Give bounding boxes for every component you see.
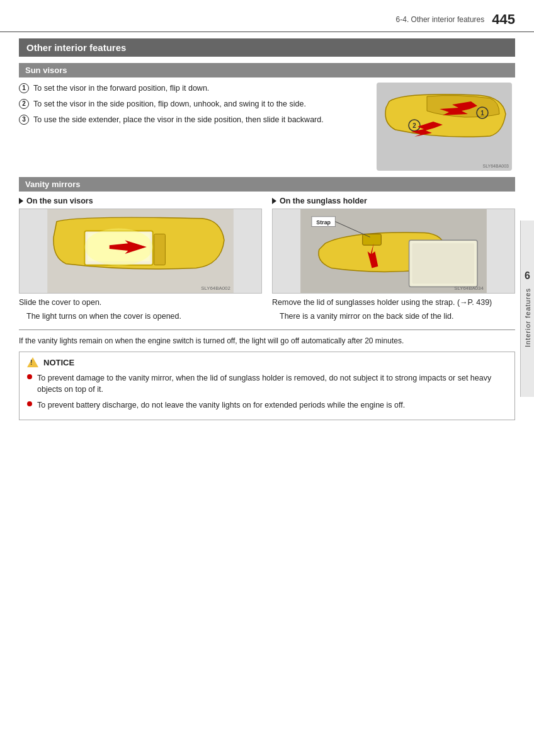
notice-item-1-text: To prevent damage to the vanity mirror, … [37,372,507,395]
notice-item-2: To prevent battery discharge, do not lea… [27,399,507,411]
sun-visor-item-3-text: To use the side extender, place the viso… [33,114,324,125]
vanity-mirrors-content: On the sun visors [19,197,515,324]
sun-visor-item-2-text: To set the visor in the side position, f… [33,98,306,110]
vanity-right-svg: Strap SLY64BA034 [273,209,514,293]
sun-visors-title-bar: Sun visors [19,63,515,77]
vanity-left-caption2: The light turns on when the cover is ope… [26,311,262,322]
notice-triangle-icon [27,357,38,367]
page-wrapper: 6-4. Other interior features 445 Other i… [0,0,534,756]
vanity-mirrors-title-bar: Vanity mirrors [19,177,515,192]
sun-visor-item-1: 1 To set the visor in the forward positi… [19,83,366,94]
vanity-right-caption2: There is a vanity mirror on the back sid… [280,311,515,322]
svg-text:2: 2 [412,122,416,129]
sun-visors-image: 1 2 SLY64BA003 [377,83,515,171]
main-title: Other interior features [26,42,126,53]
page-number: 445 [492,11,515,28]
circle-num-3: 3 [19,115,29,125]
notice-item-1: To prevent damage to the vanity mirror, … [27,372,507,395]
sun-visors-text: 1 To set the visor in the forward positi… [19,83,366,171]
sun-visor-item-2: 2 To set the visor in the side position,… [19,98,366,110]
arrow-right-icon-right [272,198,276,204]
svg-rect-20 [412,243,475,284]
svg-rect-17 [363,234,382,245]
vanity-col-left: On the sun visors [19,197,262,324]
sun-visor-item-1-text: To set the visor in the forward position… [33,83,209,94]
bullet-dot-2 [27,401,32,406]
vanity-left-image: SLY64BA002 [19,209,262,294]
vanity-mirrors-title: Vanity mirrors [25,180,80,189]
side-tab-number: 6 [525,270,530,282]
notice-header: NOTICE [27,357,507,367]
side-tab-label: Interior features [524,288,531,347]
svg-text:Strap: Strap [316,219,331,226]
header-section-label: 6-4. Other interior features [396,15,485,24]
vanity-right-caption1: Remove the lid of sunglasses holder usin… [272,297,515,308]
vanity-left-label: On the sun visors [26,197,93,205]
vanity-col-right: On the sunglass holder [272,197,515,324]
vanity-right-label-container: On the sunglass holder [272,197,515,205]
vanity-right-image: Strap SLY64BA034 [272,209,515,294]
vanity-left-caption1: Slide the cover to open. [19,297,262,308]
warning-text: If the vanity lights remain on when the … [19,335,515,346]
svg-text:SLY64BA034: SLY64BA034 [454,285,484,291]
sun-visor-svg: 1 2 SLY64BA003 [377,83,512,171]
sun-visor-item-3: 3 To use the side extender, place the vi… [19,114,366,125]
circle-num-1: 1 [19,83,29,93]
sun-visors-title: Sun visors [25,66,67,75]
vanity-left-label-container: On the sun visors [19,197,262,205]
svg-rect-12 [154,234,166,265]
notice-item-2-text: To prevent battery discharge, do not lea… [37,399,405,411]
page-header: 6-4. Other interior features 445 [0,0,534,32]
vanity-right-label: On the sunglass holder [280,197,367,205]
sun-visors-content: 1 To set the visor in the forward positi… [19,83,515,171]
side-tab: 6 Interior features [520,220,534,397]
main-title-bar: Other interior features [19,38,515,57]
svg-text:SLY64BA003: SLY64BA003 [482,164,509,168]
arrow-right-icon-left [19,198,23,204]
bullet-dot-1 [27,374,32,379]
circle-num-2: 2 [19,99,29,109]
notice-box: NOTICE To prevent damage to the vanity m… [19,352,515,420]
vanity-left-svg: SLY64BA002 [20,209,261,293]
main-content: Other interior features Sun visors 1 To … [0,38,534,439]
svg-text:SLY64BA002: SLY64BA002 [201,285,230,291]
section-divider [19,329,515,330]
svg-text:1: 1 [480,110,484,117]
notice-title: NOTICE [43,358,74,367]
